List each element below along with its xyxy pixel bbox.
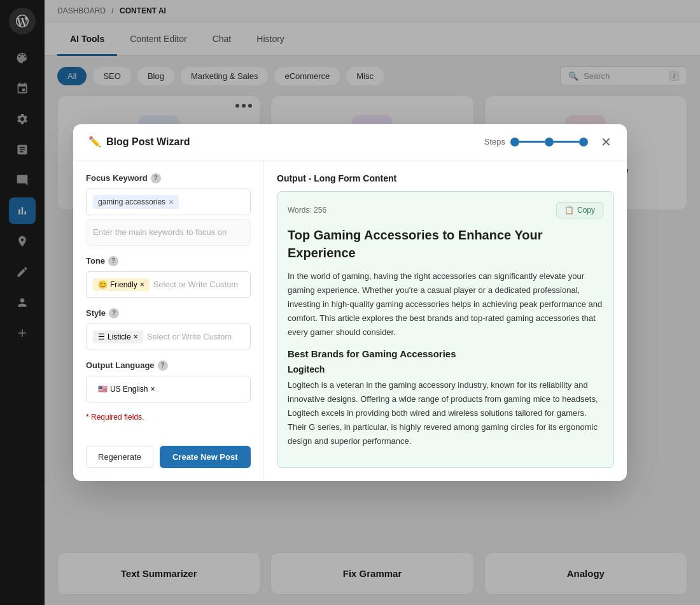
focus-keyword-field: Focus Keyword ? gaming accessories × Ent… — [86, 173, 251, 246]
style-remove[interactable]: × — [134, 332, 138, 341]
output-heading1: Top Gaming Accessories to Enhance Your E… — [288, 226, 603, 262]
focus-keyword-label: Focus Keyword ? — [86, 173, 251, 183]
focus-keyword-placeholder: Enter the main keywords to focus on — [93, 227, 227, 237]
create-new-post-button[interactable]: Create New Post — [160, 446, 251, 468]
output-language-input[interactable]: 🇺🇸 US English × — [86, 376, 251, 402]
tone-help-icon[interactable]: ? — [108, 256, 118, 266]
blog-post-wizard-modal: ✏️ Blog Post Wizard Steps ✕ — [73, 124, 627, 481]
output-language-label: Output Language ? — [86, 360, 251, 371]
required-note: * Required fields. — [86, 413, 251, 422]
modal-steps: Steps — [484, 137, 588, 146]
style-icon: ☰ — [98, 332, 105, 341]
step-line-1 — [519, 141, 545, 143]
step-dot-3 — [579, 138, 588, 146]
language-flag: 🇺🇸 — [98, 385, 108, 394]
modal-overlay[interactable]: ✏️ Blog Post Wizard Steps ✕ — [0, 0, 700, 605]
focus-keyword-input[interactable]: gaming accessories × — [86, 189, 251, 215]
copy-label: Copy — [577, 206, 595, 215]
pencil-icon: ✏️ — [88, 136, 101, 148]
language-tag: 🇺🇸 US English × — [93, 383, 160, 395]
language-label-value: US English — [110, 385, 148, 394]
focus-keyword-tag: gaming accessories × — [93, 195, 179, 209]
step-dot-1 — [510, 138, 519, 146]
modal-footer: Regenerate Create New Post — [86, 446, 251, 468]
tone-remove[interactable]: × — [140, 280, 144, 289]
output-language-help-icon[interactable]: ? — [158, 360, 168, 371]
modal-title: ✏️ Blog Post Wizard — [88, 136, 190, 148]
style-label: Style ? — [86, 308, 251, 318]
regenerate-button[interactable]: Regenerate — [86, 446, 153, 468]
tone-input[interactable]: 😊 Friendly × Select or Write Custom — [86, 271, 251, 298]
tone-tag: 😊 Friendly × — [93, 278, 150, 291]
modal-left-panel: Focus Keyword ? gaming accessories × Ent… — [73, 160, 264, 481]
steps-label: Steps — [484, 137, 505, 146]
style-placeholder: Select or Write Custom — [147, 332, 232, 341]
language-remove[interactable]: × — [150, 385, 155, 394]
focus-keyword-help-icon[interactable]: ? — [151, 173, 161, 183]
style-label-value: Listicle — [108, 332, 131, 341]
output-section1-heading: Best Brands for Gaming Accessories — [288, 348, 603, 359]
word-count: Words: 256 — [288, 206, 326, 215]
step-dot-2 — [545, 138, 554, 146]
modal-body: Focus Keyword ? gaming accessories × Ent… — [73, 160, 627, 481]
modal-right-panel: Output - Long Form Content Words: 256 📋 … — [264, 160, 627, 481]
modal-close-button[interactable]: ✕ — [601, 136, 612, 148]
tone-emoji: 😊 — [98, 280, 108, 289]
copy-icon: 📋 — [564, 206, 574, 215]
style-input[interactable]: ☰ Listicle × Select or Write Custom — [86, 324, 251, 350]
tone-label: Tone ? — [86, 256, 251, 266]
steps-track — [510, 138, 588, 146]
output-meta: Words: 256 📋 Copy — [288, 202, 603, 218]
copy-button[interactable]: 📋 Copy — [556, 202, 603, 218]
modal-header: ✏️ Blog Post Wizard Steps ✕ — [73, 124, 627, 160]
output-language-field: Output Language ? 🇺🇸 US English × — [86, 360, 251, 402]
focus-keyword-placeholder-input[interactable]: Enter the main keywords to focus on — [86, 219, 251, 246]
focus-keyword-remove[interactable]: × — [169, 197, 174, 207]
style-help-icon[interactable]: ? — [109, 308, 119, 318]
style-tag: ☰ Listicle × — [93, 331, 143, 343]
tone-label-value: Friendly — [110, 280, 137, 289]
style-field: Style ? ☰ Listicle × Select or Write Cus… — [86, 308, 251, 350]
output-intro: In the world of gaming, having the right… — [288, 269, 603, 339]
output-logitech-text: Logitech is a veteran in the gaming acce… — [288, 378, 603, 448]
output-content-box: Words: 256 📋 Copy Top Gaming Accessories… — [277, 191, 614, 469]
step-line-2 — [554, 141, 579, 143]
tone-placeholder: Select or Write Custom — [153, 280, 238, 289]
tone-field: Tone ? 😊 Friendly × Select or Write Cust… — [86, 256, 251, 298]
output-title: Output - Long Form Content — [277, 173, 614, 183]
output-logitech-heading: Logitech — [288, 364, 603, 374]
